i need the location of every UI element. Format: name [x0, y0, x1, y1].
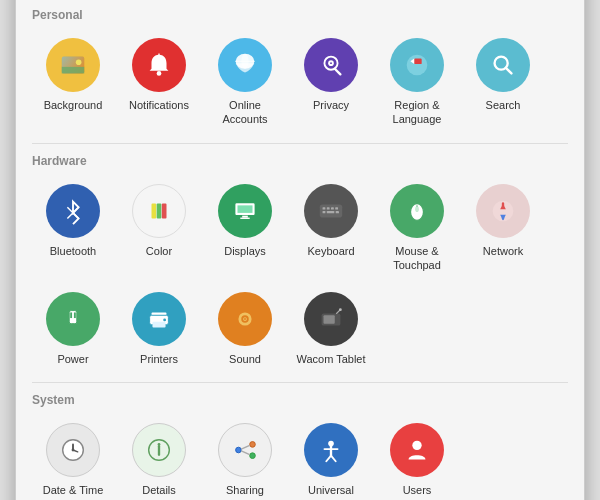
svg-point-55 [163, 319, 166, 322]
svg-rect-51 [74, 313, 76, 319]
svg-point-18 [407, 55, 428, 76]
svg-rect-49 [71, 324, 75, 328]
svg-rect-19 [414, 58, 422, 64]
divider-hardware [32, 143, 568, 144]
notifications-label: Notifications [129, 98, 189, 112]
svg-rect-62 [324, 315, 335, 323]
item-region[interactable]: Region &Language [376, 30, 458, 135]
section-label-hardware: Hardware [32, 154, 568, 168]
svg-point-9 [157, 71, 162, 76]
svg-rect-50 [70, 313, 72, 319]
item-search[interactable]: Search [462, 30, 544, 135]
power-label: Power [57, 352, 88, 366]
details-label: Details [142, 483, 176, 497]
universal-label: UniversalAccess [308, 483, 354, 500]
region-label: Region &Language [393, 98, 442, 127]
item-wacom[interactable]: Wacom Tablet [290, 284, 372, 374]
svg-rect-36 [335, 207, 338, 209]
color-icon [132, 184, 186, 238]
privacy-label: Privacy [313, 98, 349, 112]
item-online-accounts[interactable]: OnlineAccounts [204, 30, 286, 135]
mouse-label: Mouse &Touchpad [393, 244, 441, 273]
svg-point-64 [339, 308, 342, 311]
keyboard-label: Keyboard [307, 244, 354, 258]
svg-line-17 [335, 69, 341, 75]
svg-rect-33 [323, 207, 326, 209]
item-color[interactable]: Color [118, 176, 200, 281]
item-displays[interactable]: Displays [204, 176, 286, 281]
item-details[interactable]: Details [118, 415, 200, 500]
wacom-label: Wacom Tablet [296, 352, 365, 366]
notifications-icon [132, 38, 186, 92]
universal-icon [304, 423, 358, 477]
item-printers[interactable]: Printers [118, 284, 200, 374]
svg-point-16 [330, 62, 332, 64]
item-bluetooth[interactable]: Bluetooth [32, 176, 114, 281]
bluetooth-icon [46, 184, 100, 238]
displays-label: Displays [224, 244, 266, 258]
svg-rect-38 [327, 211, 335, 213]
svg-rect-54 [152, 322, 165, 328]
item-users[interactable]: Users [376, 415, 458, 500]
printers-icon [132, 292, 186, 346]
section-label-system: System [32, 393, 568, 407]
color-label: Color [146, 244, 172, 258]
svg-rect-7 [62, 67, 85, 74]
svg-rect-39 [336, 211, 339, 213]
item-notifications[interactable]: Notifications [118, 30, 200, 135]
svg-rect-31 [240, 217, 249, 218]
svg-rect-26 [157, 203, 162, 218]
svg-point-74 [250, 453, 256, 459]
svg-rect-30 [242, 215, 248, 217]
section-label-personal: Personal [32, 8, 568, 22]
svg-line-81 [331, 456, 336, 462]
divider-system [32, 382, 568, 383]
svg-rect-25 [152, 203, 157, 218]
bluetooth-label: Bluetooth [50, 244, 96, 258]
item-network[interactable]: Network [462, 176, 544, 281]
displays-icon [218, 184, 272, 238]
search-icon [476, 38, 530, 92]
svg-rect-27 [162, 203, 167, 218]
settings-window: All Settings ✕ Personal [15, 0, 585, 500]
svg-rect-37 [323, 211, 326, 213]
svg-point-42 [415, 206, 419, 212]
svg-line-75 [241, 446, 249, 450]
system-grid: Date & Time Details [32, 415, 568, 500]
keyboard-icon [304, 184, 358, 238]
item-power[interactable]: Power [32, 284, 114, 374]
network-label: Network [483, 244, 523, 258]
item-datetime[interactable]: Date & Time [32, 415, 114, 500]
background-icon [46, 38, 100, 92]
svg-point-60 [244, 318, 246, 320]
svg-line-22 [506, 68, 512, 74]
search-label: Search [486, 98, 521, 112]
network-icon [476, 184, 530, 238]
svg-rect-29 [238, 205, 253, 213]
printers-label: Printers [140, 352, 178, 366]
users-icon [390, 423, 444, 477]
datetime-label: Date & Time [43, 483, 104, 497]
item-privacy[interactable]: Privacy [290, 30, 372, 135]
wacom-icon [304, 292, 358, 346]
item-mouse[interactable]: Mouse &Touchpad [376, 176, 458, 281]
mouse-icon [390, 184, 444, 238]
svg-point-72 [250, 442, 256, 448]
power-icon [46, 292, 100, 346]
item-background[interactable]: Background [32, 30, 114, 135]
privacy-icon [304, 38, 358, 92]
item-sound[interactable]: Sound [204, 284, 286, 374]
online-accounts-label: OnlineAccounts [222, 98, 267, 127]
svg-point-8 [76, 59, 82, 65]
svg-line-76 [241, 451, 249, 455]
item-sharing[interactable]: Sharing [204, 415, 286, 500]
settings-content: Personal Background [16, 0, 584, 500]
hardware-grid: Bluetooth Color [32, 176, 568, 375]
sharing-label: Sharing [226, 483, 264, 497]
svg-line-80 [326, 456, 331, 462]
item-keyboard[interactable]: Keyboard [290, 176, 372, 281]
item-universal[interactable]: UniversalAccess [290, 415, 372, 500]
svg-point-82 [412, 441, 421, 450]
details-icon [132, 423, 186, 477]
region-icon [390, 38, 444, 92]
